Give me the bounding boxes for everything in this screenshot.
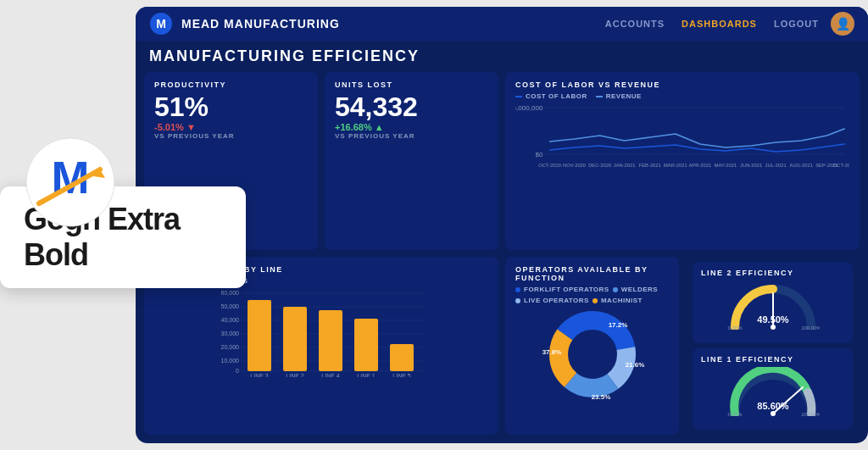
svg-text:0.00%: 0.00% — [727, 412, 743, 416]
svg-text:40,000: 40,000 — [221, 317, 240, 323]
svg-text:MAY-2021: MAY-2021 — [715, 163, 737, 168]
svg-text:LINE 4: LINE 4 — [321, 373, 340, 377]
svg-text:JAN-2021: JAN-2021 — [614, 163, 636, 168]
efficiency-column: LINE 2 EFFICIENCY 49.50% 0.00% 100.00% — [686, 257, 860, 435]
top-nav: M MEAD MANUFACTURING ACCOUNTS DASHBOARDS… — [136, 7, 868, 41]
svg-text:37.8%: 37.8% — [542, 348, 561, 356]
svg-text:AUG-2021: AUG-2021 — [790, 163, 813, 168]
svg-text:JUL-2021: JUL-2021 — [765, 163, 787, 168]
legend-welders: WELDERS — [613, 286, 659, 293]
svg-text:100.00%: 100.00% — [801, 325, 820, 330]
legend-forklift-ops: FORKLIFT OPERATORS — [515, 286, 609, 293]
nav-links: ACCOUNTS DASHBOARDS LOGOUT — [605, 19, 819, 29]
productivity-vs: VS PREVIOUS YEAR — [154, 132, 308, 140]
legend-revenue: REVENUE — [596, 92, 642, 100]
svg-text:20,000: 20,000 — [221, 344, 240, 350]
svg-text:49.50%: 49.50% — [757, 314, 789, 325]
operators-label: OPERATORS AVAILABLE BY FUNCTION — [515, 265, 669, 282]
productivity-label: PRODUCTIVITY — [154, 81, 308, 89]
svg-text:M: M — [156, 17, 166, 31]
line1-gauge: 85.60% 0.00% 100.00% — [701, 367, 844, 416]
svg-text:LINE 3: LINE 3 — [250, 373, 269, 377]
operators-card: OPERATORS AVAILABLE BY FUNCTION FORKLIFT… — [505, 257, 679, 435]
line1-efficiency-card: LINE 1 EFFICIENCY 85.60% 0.00% — [693, 348, 853, 430]
units-bar-chart: 60,000 50,000 40,000 30,000 20,000 10,00… — [154, 288, 488, 377]
line2-efficiency-card: LINE 2 EFFICIENCY 49.50% 0.00% 100.00% — [693, 262, 853, 343]
legend-machinist: MACHINIST — [593, 297, 643, 304]
svg-text:APR-2021: APR-2021 — [689, 163, 712, 168]
svg-text:23.5%: 23.5% — [591, 393, 610, 401]
svg-text:0: 0 — [236, 368, 239, 374]
labor-card: COST OF LABOR VS REVENUE COST OF LABOR R… — [505, 72, 860, 250]
svg-text:30,000: 30,000 — [221, 331, 240, 336]
avatar[interactable]: 👤 — [831, 12, 854, 36]
productivity-value: 51% — [154, 92, 308, 122]
labor-label: COST OF LABOR VS REVENUE — [515, 81, 849, 89]
units-lost-value: 54,332 — [335, 92, 488, 122]
svg-text:50,000: 50,000 — [221, 303, 240, 309]
svg-rect-42 — [354, 319, 378, 371]
gauge-line1: 85.60% 0.00% 100.00% — [726, 367, 820, 416]
legend-live-ops: LIVE OPERATORS — [515, 297, 589, 304]
svg-text:DEC-2020: DEC-2020 — [588, 163, 611, 168]
svg-rect-36 — [248, 300, 271, 371]
nav-accounts[interactable]: ACCOUNTS — [605, 19, 665, 29]
donut-chart-container: 17.2% 21.6% 23.5% 37.8% — [515, 308, 669, 401]
svg-text:17.2%: 17.2% — [608, 321, 627, 329]
svg-text:$0: $0 — [535, 152, 542, 158]
units-lost-card: UNITS LOST 54,332 +16.68% ▲ VS PREVIOUS … — [325, 72, 498, 250]
nav-logout[interactable]: LOGOUT — [774, 19, 819, 29]
units-lost-vs: VS PREVIOUS YEAR — [335, 132, 488, 140]
gauge-line2: 49.50% 0.00% 100.00% — [726, 281, 820, 330]
labor-line-chart: $5,000,000 $0 OCT-2020 NOV-2020 DEC-2020… — [515, 103, 849, 171]
logo-overlay: M — [24, 136, 117, 229]
svg-text:NOV-2020: NOV-2020 — [563, 163, 586, 168]
svg-rect-44 — [390, 344, 414, 371]
svg-text:85.60%: 85.60% — [757, 401, 789, 411]
page-title: MANUFACTURING EFFICIENCY — [149, 47, 854, 65]
svg-text:MAR-2021: MAR-2021 — [664, 163, 687, 168]
svg-text:LINE 2: LINE 2 — [286, 373, 304, 377]
nav-title: MEAD MANUFACTURING — [181, 17, 605, 31]
svg-point-55 — [771, 325, 776, 330]
units-lost-label: UNITS LOST — [335, 81, 488, 89]
nav-dashboards[interactable]: DASHBOARDS — [682, 19, 757, 29]
svg-text:OCT-2020: OCT-2020 — [538, 163, 561, 168]
svg-text:FEB-2021: FEB-2021 — [639, 163, 661, 168]
svg-text:LINE 5: LINE 5 — [392, 373, 411, 377]
units-lost-change: +16.68% ▲ — [335, 122, 488, 132]
svg-text:0.00%: 0.00% — [727, 325, 743, 330]
line1-label: LINE 1 EFFICIENCY — [701, 355, 844, 364]
operators-legend: FORKLIFT OPERATORS WELDERS LIVE OPERATOR… — [515, 286, 669, 304]
svg-text:OCT-2021: OCT-2021 — [833, 163, 849, 168]
svg-text:LINE 1: LINE 1 — [357, 373, 376, 377]
line2-gauge: 49.50% 0.00% 100.00% — [701, 281, 844, 330]
svg-text:JUN-2021: JUN-2021 — [740, 163, 762, 168]
legend-cost-of-labor: COST OF LABOR — [515, 92, 587, 100]
svg-text:100.00%: 100.00% — [801, 412, 820, 416]
svg-rect-40 — [319, 310, 342, 371]
svg-rect-38 — [283, 307, 307, 371]
svg-text:$5,000,000: $5,000,000 — [515, 105, 542, 112]
svg-text:60,000: 60,000 — [221, 290, 240, 296]
page-title-bar: MANUFACTURING EFFICIENCY — [136, 41, 868, 69]
nav-logo-icon: M — [149, 12, 173, 36]
labor-legend: COST OF LABOR REVENUE — [515, 92, 849, 100]
productivity-change: -5.01% ▼ — [154, 122, 308, 132]
donut-chart: 17.2% 21.6% 23.5% 37.8% — [537, 306, 648, 403]
svg-text:10,000: 10,000 — [221, 358, 240, 364]
line2-label: LINE 2 EFFICIENCY — [701, 269, 844, 277]
svg-text:21.6%: 21.6% — [625, 361, 644, 369]
svg-point-60 — [771, 411, 776, 416]
